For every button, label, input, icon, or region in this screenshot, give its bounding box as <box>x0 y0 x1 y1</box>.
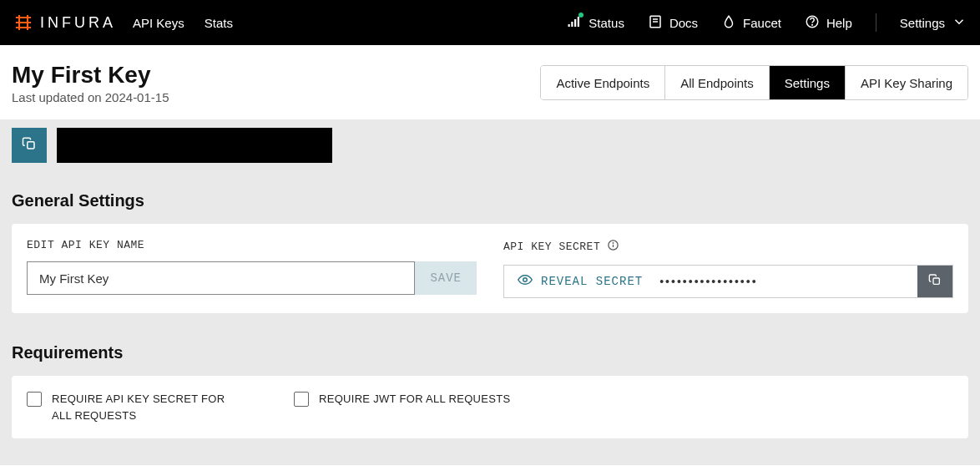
nav-status[interactable]: Status <box>567 14 624 32</box>
eye-icon <box>518 272 533 291</box>
svg-rect-0 <box>568 24 570 27</box>
general-settings-heading: General Settings <box>12 191 968 210</box>
copy-icon <box>928 273 942 290</box>
secret-mask: ••••••••••••••••• <box>656 266 917 297</box>
logo[interactable]: INFURA <box>13 13 116 33</box>
svg-rect-3 <box>578 17 579 27</box>
tab-group: Active Endpoints All Endpoints Settings … <box>540 65 968 100</box>
reveal-secret-button[interactable]: REVEAL SECRET <box>504 266 656 297</box>
copy-icon <box>22 136 37 154</box>
svg-rect-14 <box>933 278 939 284</box>
secret-label: API KEY SECRET <box>503 239 953 255</box>
svg-rect-1 <box>572 22 573 27</box>
nav-status-label: Status <box>589 16 624 30</box>
logo-text: INFURA <box>40 14 116 32</box>
nav-api-keys[interactable]: API Keys <box>133 16 184 30</box>
require-jwt-checkbox-row: REQUIRE JWT FOR ALL REQUESTS <box>294 391 510 423</box>
nav-faucet-label: Faucet <box>743 16 781 30</box>
info-icon[interactable] <box>607 239 619 255</box>
require-secret-label: REQUIRE API KEY SECRET FOR ALL REQUESTS <box>52 391 244 423</box>
reveal-secret-label: REVEAL SECRET <box>541 275 643 288</box>
nav-docs-label: Docs <box>669 16 698 30</box>
book-icon <box>648 14 663 32</box>
copy-api-key-button[interactable] <box>12 128 47 163</box>
chevron-down-icon <box>952 14 967 32</box>
page-title: My First Key <box>12 62 169 89</box>
status-dot-icon <box>578 13 583 18</box>
copy-secret-button[interactable] <box>917 266 952 297</box>
api-key-value-redacted <box>57 128 332 163</box>
svg-rect-9 <box>28 142 34 149</box>
drop-icon <box>721 14 736 32</box>
require-jwt-checkbox[interactable] <box>294 392 309 407</box>
nav-divider <box>876 13 876 32</box>
signal-icon <box>567 14 582 32</box>
nav-settings-label: Settings <box>900 16 945 30</box>
requirements-section: Requirements REQUIRE API KEY SECRET FOR … <box>0 323 980 448</box>
nav-docs[interactable]: Docs <box>648 14 698 32</box>
logo-icon <box>13 13 33 33</box>
nav-help[interactable]: Help <box>805 14 852 32</box>
nav-right: Status Docs Faucet <box>567 13 967 32</box>
require-secret-checkbox-row: REQUIRE API KEY SECRET FOR ALL REQUESTS <box>27 391 244 423</box>
top-nav: INFURA API Keys Stats Status <box>0 0 980 45</box>
api-key-name-input[interactable] <box>27 261 415 295</box>
svg-point-8 <box>812 24 813 25</box>
svg-rect-2 <box>574 19 576 27</box>
nav-settings[interactable]: Settings <box>900 14 967 32</box>
secret-label-text: API KEY SECRET <box>503 241 600 253</box>
nav-left: API Keys Stats <box>133 16 233 30</box>
tab-active-endpoints[interactable]: Active Endpoints <box>541 66 665 99</box>
general-settings-section: General Settings EDIT API KEY NAME SAVE … <box>0 171 980 323</box>
help-icon <box>805 14 820 32</box>
require-secret-checkbox[interactable] <box>27 392 42 407</box>
require-jwt-label: REQUIRE JWT FOR ALL REQUESTS <box>319 391 510 408</box>
save-button[interactable]: SAVE <box>415 261 477 295</box>
edit-name-label: EDIT API KEY NAME <box>27 239 477 251</box>
tab-settings[interactable]: Settings <box>770 66 846 99</box>
tab-all-endpoints[interactable]: All Endpoints <box>665 66 770 99</box>
page-header: My First Key Last updated on 2024-01-15 … <box>0 45 980 119</box>
nav-stats[interactable]: Stats <box>205 16 233 30</box>
tab-api-key-sharing[interactable]: API Key Sharing <box>846 66 967 99</box>
requirements-heading: Requirements <box>12 343 968 362</box>
svg-point-13 <box>523 278 528 282</box>
svg-point-12 <box>613 243 614 244</box>
nav-help-label: Help <box>826 16 852 30</box>
page-subtitle: Last updated on 2024-01-15 <box>12 90 169 104</box>
nav-faucet[interactable]: Faucet <box>721 14 781 32</box>
api-key-bar <box>0 119 980 171</box>
